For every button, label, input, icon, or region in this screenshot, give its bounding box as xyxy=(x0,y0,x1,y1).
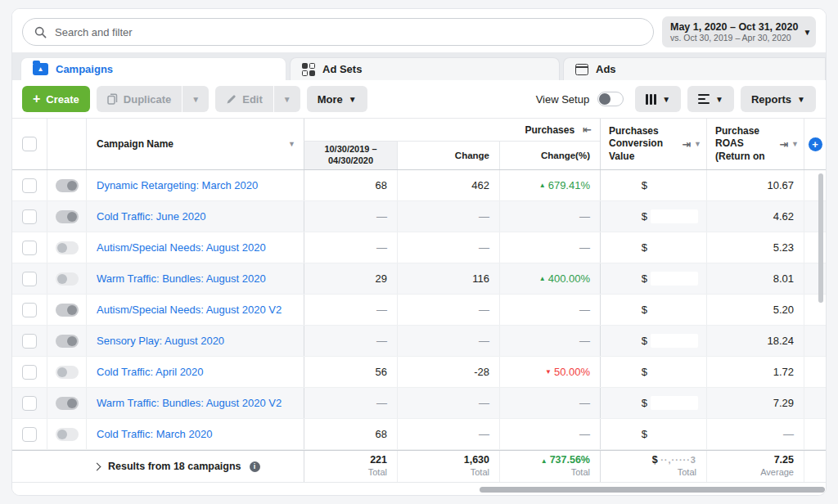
edit-button[interactable]: Edit xyxy=(215,86,273,112)
copy-icon xyxy=(107,93,118,105)
redaction-box xyxy=(651,303,698,317)
row-status-toggle[interactable] xyxy=(56,304,79,317)
search-input[interactable] xyxy=(55,26,642,38)
row-checkbox[interactable] xyxy=(22,241,37,255)
column-header-change[interactable]: Change xyxy=(397,142,499,169)
duplicate-button[interactable]: Duplicate xyxy=(97,86,182,112)
chevron-down-icon: ▼ xyxy=(797,95,805,104)
change-pct-cell: ▲400.00% xyxy=(499,263,600,294)
campaigns-folder-icon: ▲ xyxy=(33,63,48,75)
campaign-name-link[interactable]: Cold Traffic: March 2020 xyxy=(97,428,212,440)
change-pct-cell: — xyxy=(499,419,600,449)
row-status-toggle[interactable] xyxy=(56,210,79,223)
conversion-value-cell: $ xyxy=(600,295,706,325)
create-button[interactable]: + Create xyxy=(22,86,90,112)
tab-campaigns[interactable]: ▲ Campaigns xyxy=(20,57,286,80)
chevron-down-icon: ▼ xyxy=(349,95,357,104)
column-header-conversion-value[interactable]: Purchases Conversion Value ⇥ ▼ xyxy=(600,119,706,169)
redaction-box xyxy=(651,365,698,379)
column-header-comparison-period[interactable]: 10/30/2019 – 04/30/2020 xyxy=(304,142,397,169)
date-range-comparison: vs. Oct 30, 2019 – Apr 30, 2020 xyxy=(670,33,798,43)
columns-button[interactable]: ▼ xyxy=(635,86,681,112)
change-value-cell: — xyxy=(397,326,499,356)
top-bar: May 1, 2020 – Oct 31, 2020 vs. Oct 30, 2… xyxy=(12,9,826,52)
view-setup-toggle[interactable] xyxy=(597,92,624,106)
change-value-cell: — xyxy=(397,419,499,449)
conversion-value-cell: $ xyxy=(600,419,706,449)
tab-ad-sets[interactable]: Ad Sets xyxy=(290,57,560,80)
campaign-name-link[interactable]: Autism/Special Needs: August 2020 V2 xyxy=(97,304,282,316)
table-row: Autism/Special Needs: August 2020 V2 — —… xyxy=(12,295,826,326)
table-header: Campaign Name ▼ Purchases ⇤ 10/30/2019 –… xyxy=(12,118,826,170)
toggle-knob xyxy=(67,398,77,408)
period-total-value: 221 xyxy=(370,454,387,467)
breakdown-button[interactable]: ▼ xyxy=(687,86,734,112)
period-value-cell: — xyxy=(304,295,397,325)
row-checkbox[interactable] xyxy=(22,209,37,224)
toggle-knob xyxy=(57,243,67,253)
vertical-scrollbar[interactable] xyxy=(818,173,823,303)
add-column-icon[interactable]: + xyxy=(809,137,822,151)
row-status-toggle[interactable] xyxy=(56,397,79,410)
expand-results-chevron-icon[interactable] xyxy=(93,462,101,470)
campaign-name-link[interactable]: Sensory Play: August 2020 xyxy=(97,335,224,347)
row-status-toggle[interactable] xyxy=(56,335,79,348)
change-pct-cell: — xyxy=(499,326,600,356)
collapse-columns-icon[interactable]: ⇤ xyxy=(583,124,592,136)
conversion-value-cell: $ xyxy=(600,263,706,294)
redaction-box xyxy=(651,209,698,223)
row-status-toggle[interactable] xyxy=(56,272,79,286)
roas-value-cell: 18.24 xyxy=(706,326,804,356)
row-checkbox[interactable] xyxy=(22,272,37,286)
period-line2: 04/30/2020 xyxy=(328,155,373,167)
row-status-toggle[interactable] xyxy=(56,241,79,254)
tab-ads[interactable]: Ads xyxy=(563,57,826,80)
search-bar[interactable] xyxy=(22,18,654,46)
info-icon[interactable]: i xyxy=(250,461,260,472)
column-header-change-pct[interactable]: Change(%) xyxy=(499,142,600,169)
ads-frame-icon xyxy=(575,64,588,75)
row-status-toggle[interactable] xyxy=(56,366,79,379)
select-all-checkbox[interactable] xyxy=(22,137,37,151)
row-checkbox[interactable] xyxy=(22,334,37,349)
row-status-toggle[interactable] xyxy=(56,428,79,441)
row-checkbox[interactable] xyxy=(22,303,37,317)
horizontal-scrollbar[interactable] xyxy=(480,487,825,493)
duplicate-dropdown-button[interactable]: ▼ xyxy=(182,86,209,112)
row-checkbox[interactable] xyxy=(22,365,37,380)
conversion-value-cell: $ xyxy=(600,388,706,418)
table-row: Sensory Play: August 2020 — — — $ 18.24 xyxy=(12,326,826,357)
change-total-label: Total xyxy=(471,467,489,479)
roas-value-cell: — xyxy=(706,419,804,449)
expand-column-icon[interactable]: ⇥ xyxy=(779,138,788,151)
conversion-value-cell: $ xyxy=(600,232,706,263)
purchases-group-label: Purchases xyxy=(525,124,574,136)
duplicate-button-label: Duplicate xyxy=(124,93,172,106)
change-value-cell: 462 xyxy=(397,170,499,200)
date-range-selector[interactable]: May 1, 2020 – Oct 31, 2020 vs. Oct 30, 2… xyxy=(662,16,816,47)
expand-column-icon[interactable]: ⇥ xyxy=(682,138,691,151)
period-value-cell: — xyxy=(304,201,397,232)
campaign-name-link[interactable]: Warm Traffic: Bundles: August 2020 xyxy=(97,272,266,285)
column-header-roas[interactable]: Purchase ROAS (Return on ⇥ ▼ xyxy=(706,119,804,169)
row-checkbox[interactable] xyxy=(22,427,37,442)
campaign-name-link[interactable]: Autism/Special Needs: August 2020 xyxy=(97,241,266,254)
campaign-name-link[interactable]: Warm Traffic: Bundles: August 2020 V2 xyxy=(97,397,282,409)
toggle-knob xyxy=(67,336,77,346)
campaign-name-link[interactable]: Cold Traffic: June 2020 xyxy=(97,210,205,223)
column-header-campaign-name[interactable]: Campaign Name ▼ xyxy=(86,119,304,169)
row-checkbox[interactable] xyxy=(22,178,37,193)
more-button[interactable]: More ▼ xyxy=(307,86,367,112)
roas-average-label: Average xyxy=(760,467,794,479)
reports-button[interactable]: Reports ▼ xyxy=(741,86,816,112)
edit-dropdown-button[interactable]: ▼ xyxy=(274,86,300,112)
row-checkbox[interactable] xyxy=(22,396,37,411)
chevron-down-icon: ▼ xyxy=(191,95,200,104)
date-range-primary: May 1, 2020 – Oct 31, 2020 xyxy=(670,21,798,33)
campaign-name-link[interactable]: Dynamic Retargeting: March 2020 xyxy=(97,179,258,191)
row-status-toggle[interactable] xyxy=(56,179,79,192)
campaigns-table: Campaign Name ▼ Purchases ⇤ 10/30/2019 –… xyxy=(12,118,826,483)
change-pct-cell: — xyxy=(499,295,600,325)
create-button-label: Create xyxy=(46,93,79,106)
campaign-name-link[interactable]: Cold Traffic: April 2020 xyxy=(97,366,204,378)
